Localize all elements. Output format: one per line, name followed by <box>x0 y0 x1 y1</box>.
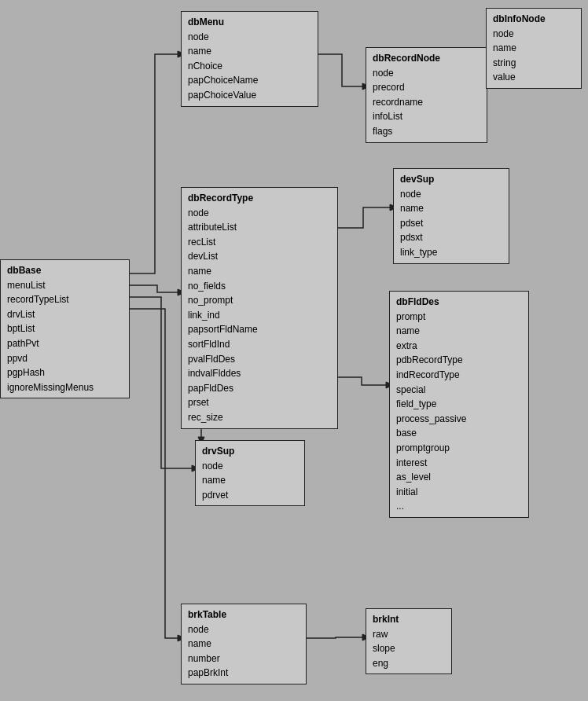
dbMenu-title: dbMenu <box>188 15 311 30</box>
dbRecordType-field-no_fields: no_fields <box>188 279 331 294</box>
drvSup-box: drvSup node name pdrvet <box>195 440 305 506</box>
brkTable-field-name: name <box>188 637 300 651</box>
dbFldDes-field-extra: extra <box>396 339 522 354</box>
brkInt-field-slope: slope <box>373 641 445 656</box>
dbRecordType-field-rec_size: rec_size <box>188 410 331 425</box>
dbRecordType-field-node: node <box>188 206 331 221</box>
dbBase-field-pathPvt: pathPvt <box>7 336 123 351</box>
dbRecordType-field-indvalFlddes: indvalFlddes <box>188 366 331 381</box>
dbMenu-field-name: name <box>188 44 311 59</box>
drvSup-field-node: node <box>202 459 298 474</box>
dbMenu-field-nChoice: nChoice <box>188 59 311 74</box>
dbFldDes-field-prompt: prompt <box>396 310 522 325</box>
dbFldDes-field-pdbRecordType: pdbRecordType <box>396 353 522 368</box>
dbFldDes-field-process_passive: process_passive <box>396 412 522 427</box>
drvSup-field-pdrvet: pdrvet <box>202 488 298 503</box>
dbFldDes-field-as_level: as_level <box>396 470 522 485</box>
dbFldDes-field-name: name <box>396 324 522 339</box>
dbRecordType-field-recList: recList <box>188 235 331 250</box>
dbFldDes-field-interest: interest <box>396 456 522 471</box>
dbRecordType-field-prset: prset <box>188 395 331 410</box>
devSup-rt-field-name: name <box>400 201 502 216</box>
drvSup-field-name: name <box>202 473 298 488</box>
dbRecordNode-field-flags: flags <box>373 124 480 139</box>
dbRecordType-field-no_prompt: no_prompt <box>188 293 331 308</box>
dbFldDes-field-field_type: field_type <box>396 397 522 412</box>
devSup-rt-field-pdsxt: pdsxt <box>400 230 502 245</box>
dbRecordType-field-attributeList: attributeList <box>188 220 331 235</box>
brkInt-field-eng: eng <box>373 656 445 671</box>
brkTable-field-number: number <box>188 651 300 666</box>
brkTable-field-papBrkInt: papBrkInt <box>188 666 300 681</box>
brkTable-field-node: node <box>188 622 300 637</box>
dbRecordType-field-name: name <box>188 264 331 279</box>
dbBase-field-recordTypeList: recordTypeList <box>7 292 123 307</box>
dbBase-field-drvList: drvList <box>7 307 123 322</box>
brkTable-box: brkTable node name number papBrkInt <box>181 604 307 684</box>
dbBase-field-bptList: bptList <box>7 321 123 336</box>
dbInfoNode-field-name: name <box>493 41 575 56</box>
brkInt-field-raw: raw <box>373 627 445 642</box>
dbRecordType-title: dbRecordType <box>188 191 331 206</box>
dbMenu-field-papChoiceName: papChoiceName <box>188 73 311 88</box>
dbRecordNode-box: dbRecordNode node precord recordname inf… <box>366 47 487 143</box>
dbRecordType-field-papFldDes: papFldDes <box>188 381 331 396</box>
dbFldDes-field-promptgroup: promptgroup <box>396 441 522 456</box>
dbFldDes-field-special: special <box>396 383 522 398</box>
brkTable-title: brkTable <box>188 607 300 622</box>
dbMenu-box: dbMenu node name nChoice papChoiceName p… <box>181 11 318 107</box>
brkInt-title: brkInt <box>373 612 445 627</box>
dbMenu-field-node: node <box>188 30 311 45</box>
dbBase-box: dbBase menuList recordTypeList drvList b… <box>0 259 130 398</box>
brkInt-box: brkInt raw slope eng <box>366 608 452 674</box>
dbInfoNode-title: dbInfoNode <box>493 12 575 27</box>
drvSup-title: drvSup <box>202 444 298 459</box>
dbInfoNode-field-string: string <box>493 56 575 71</box>
dbRecordType-field-sortFldInd: sortFldInd <box>188 337 331 352</box>
dbRecordType-field-link_ind: link_ind <box>188 308 331 323</box>
devSup-recordtype-box: devSup node name pdset pdsxt link_type <box>393 168 509 264</box>
dbRecordNode-field-recordname: recordname <box>373 95 480 110</box>
dbFldDes-title: dbFldDes <box>396 295 522 310</box>
dbBase-title: dbBase <box>7 263 123 278</box>
dbBase-field-ignoreMissingMenus: ignoreMissingMenus <box>7 380 123 395</box>
dbBase-field-pgpHash: pgpHash <box>7 365 123 380</box>
devSup-rt-field-pdset: pdset <box>400 216 502 231</box>
dbInfoNode-box: dbInfoNode node name string value <box>486 8 582 89</box>
dbFldDes-field-ellipsis: ... <box>396 499 522 514</box>
devSup-rt-field-link_type: link_type <box>400 245 502 260</box>
dbRecordNode-field-node: node <box>373 66 480 81</box>
dbRecordNode-field-precord: precord <box>373 80 480 95</box>
dbRecordType-field-pvalFldDes: pvalFldDes <box>188 352 331 367</box>
dbFldDes-field-base: base <box>396 426 522 441</box>
dbRecordNode-title: dbRecordNode <box>373 51 480 66</box>
dbFldDes-field-initial: initial <box>396 485 522 500</box>
dbRecordType-box: dbRecordType node attributeList recList … <box>181 187 338 429</box>
dbInfoNode-field-value: value <box>493 70 575 85</box>
devSup-rt-field-node: node <box>400 187 502 202</box>
dbMenu-field-papChoiceValue: papChoiceValue <box>188 88 311 103</box>
dbInfoNode-field-node: node <box>493 27 575 42</box>
devSup-recordtype-title: devSup <box>400 172 502 187</box>
dbRecordType-field-papsortFldName: papsortFldName <box>188 322 331 337</box>
dbBase-field-menuList: menuList <box>7 278 123 293</box>
dbRecordType-field-devList: devList <box>188 249 331 264</box>
dbFldDes-box: dbFldDes prompt name extra pdbRecordType… <box>389 291 529 518</box>
dbFldDes-field-indRecordType: indRecordType <box>396 368 522 383</box>
dbRecordNode-field-infoList: infoList <box>373 109 480 124</box>
dbBase-field-ppvd: ppvd <box>7 351 123 366</box>
